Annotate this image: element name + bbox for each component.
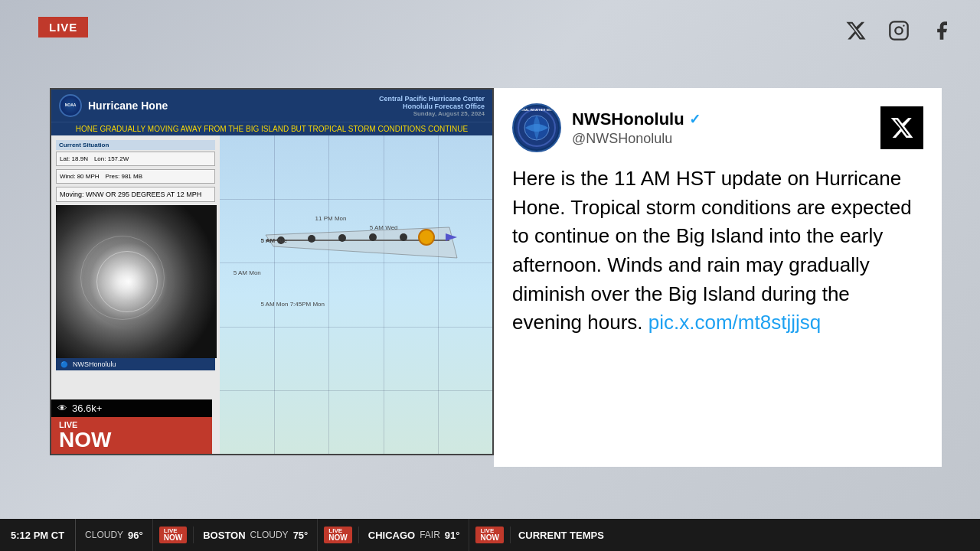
author-handle: @NWSHonolulu xyxy=(572,131,701,147)
lon-value: Lon: 157.2W xyxy=(94,155,129,162)
satellite-image xyxy=(56,205,217,358)
tweet-author: NATIONAL WEATHER SERVICE NWSHonolulu ✓ @… xyxy=(512,103,701,152)
ticker-temp-boston: 75° xyxy=(293,530,309,541)
pres-value: Pres: 981 MB xyxy=(106,173,142,180)
track-label-3: 5 AM Wed xyxy=(370,224,398,231)
wind-box: Wind: 80 MPH Pres: 981 MB xyxy=(56,169,215,184)
noaa-logo: NOAA xyxy=(59,94,82,117)
map-background: 5 AM Tue 11 PM Mon 5 AM Wed 5 AM Mon 5 A… xyxy=(220,135,492,454)
track-cone-svg xyxy=(220,135,492,454)
eye-icon: 👁 xyxy=(57,403,67,414)
svg-point-7 xyxy=(338,234,346,242)
ticker-city-boston: BOSTON xyxy=(203,530,245,541)
ticker-segment-1: CLOUDY 96° xyxy=(76,519,153,551)
social-icons-container xyxy=(841,15,957,46)
live-now-overlay: 👁 36.6k+ LIVE NOW xyxy=(51,399,212,454)
ticker-segment-boston: BOSTON CLOUDY 75° xyxy=(194,519,318,551)
viewers-count: 👁 36.6k+ xyxy=(51,399,212,417)
author-info: NWSHonolulu ✓ @NWSHonolulu xyxy=(572,109,701,147)
author-name-text: NWSHonolulu xyxy=(572,109,684,129)
ticker-segment-chicago: CHICAGO FAIR 91° xyxy=(359,519,470,551)
ticker-city-chicago: CHICAGO xyxy=(368,530,415,541)
svg-point-1 xyxy=(895,27,902,34)
ticker-time: 5:12 PM CT xyxy=(0,519,76,551)
live-now-box: LIVE NOW xyxy=(51,417,212,454)
author-name-display: NWSHonolulu ✓ xyxy=(572,109,701,129)
livenow-badge-3: LIVE NOW xyxy=(469,527,510,543)
x-social-icon[interactable] xyxy=(841,15,871,46)
ticker-temp-chicago: 91° xyxy=(445,530,460,541)
noaa-center-label: Central Pacific Hurricane Center xyxy=(379,95,485,103)
verified-badge: ✓ xyxy=(689,111,701,128)
hurricane-title: Hurricane Hone xyxy=(88,99,168,112)
wind-value: Wind: 80 MPH xyxy=(60,173,100,180)
svg-point-8 xyxy=(369,233,377,241)
svg-point-9 xyxy=(400,233,407,241)
svg-point-10 xyxy=(419,230,434,245)
nws-avatar: NATIONAL WEATHER SERVICE xyxy=(512,103,561,152)
tweet-body: Here is the 11 AM HST update on Hurrican… xyxy=(512,165,923,337)
coordinates-box: Lat: 18.9N Lon: 157.2W xyxy=(56,152,215,166)
ticker-condition-1: CLOUDY xyxy=(85,530,123,540)
livenow-now-text-3: NOW xyxy=(480,534,498,542)
livenow-now-text-1: NOW xyxy=(164,534,182,542)
nws-handle: NWSHonolulu xyxy=(73,360,116,368)
hurricane-subtitle: HONE GRADUALLY MOVING AWAY FROM THE BIG … xyxy=(51,122,492,135)
svg-point-6 xyxy=(308,235,315,243)
tweet-panel: NATIONAL WEATHER SERVICE NWSHonolulu ✓ @… xyxy=(494,88,942,467)
livenow-now-text-2: NOW xyxy=(328,534,347,542)
tweet-header: NATIONAL WEATHER SERVICE NWSHonolulu ✓ @… xyxy=(512,103,923,152)
current-situation-label: Current Situation xyxy=(56,140,215,150)
x-logo-box xyxy=(880,106,923,149)
track-label-4: 5 AM Mon xyxy=(234,269,261,276)
ticker-temp-1: 96° xyxy=(128,530,143,541)
ticker-bar: 5:12 PM CT CLOUDY 96° LIVE NOW BOSTON CL… xyxy=(0,519,980,551)
left-panel-video: NOAA Hurricane Hone Central Pacific Hurr… xyxy=(50,88,494,455)
svg-point-2 xyxy=(903,24,904,26)
noaa-office-label: Honolulu Forecast Office xyxy=(379,103,485,110)
viewers-number: 36.6k+ xyxy=(72,403,102,414)
track-label-5: 5 AM Mon 7:45PM Mon xyxy=(260,301,325,308)
track-label-2: 11 PM Mon xyxy=(315,215,347,222)
main-content: NOAA Hurricane Hone Central Pacific Hurr… xyxy=(50,88,942,467)
lat-value: Lat: 18.9N xyxy=(60,155,88,162)
svg-rect-0 xyxy=(890,21,907,39)
livenow-badge-1: LIVE NOW xyxy=(153,527,194,543)
nws-footer: 🔵 NWSHonolulu xyxy=(56,358,215,370)
ticker-condition-boston: CLOUDY xyxy=(250,530,289,540)
live-badge: LIVE xyxy=(38,17,88,37)
facebook-social-icon[interactable] xyxy=(926,15,957,46)
now-text: NOW xyxy=(59,429,204,451)
moving-value: Moving: WNW OR 295 DEGREES AT 12 MPH xyxy=(60,191,201,198)
hurricane-header: NOAA Hurricane Hone Central Pacific Hurr… xyxy=(51,90,492,122)
current-temps-label: CURRENT TEMPS xyxy=(511,530,612,541)
livenow-badge-2: LIVE NOW xyxy=(318,527,358,543)
ticker-condition-chicago: FAIR xyxy=(420,530,440,540)
hurricane-track-map: 5 AM Tue 11 PM Mon 5 AM Wed 5 AM Mon 5 A… xyxy=(220,135,492,454)
tweet-link[interactable]: pic.x.com/mt8stjjjsq xyxy=(648,311,821,334)
moving-box: Moving: WNW OR 295 DEGREES AT 12 MPH xyxy=(56,187,215,202)
svg-text:NATIONAL WEATHER SERVICE: NATIONAL WEATHER SERVICE xyxy=(514,108,560,112)
hurricane-date: Sunday, August 25, 2024 xyxy=(379,110,485,117)
instagram-social-icon[interactable] xyxy=(884,15,914,46)
tweet-main-text: Here is the 11 AM HST update on Hurrican… xyxy=(512,167,912,334)
track-label-1: 5 AM Tue xyxy=(260,237,287,244)
